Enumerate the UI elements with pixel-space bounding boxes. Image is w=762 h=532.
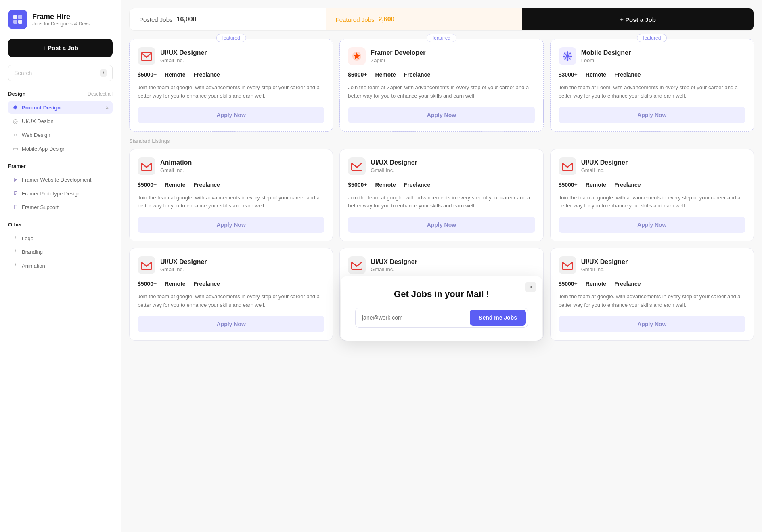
card-header: UI/UX Designer Gmail Inc.	[559, 256, 745, 274]
sidebar-item-framer-website[interactable]: ₣ Framer Website Development	[8, 173, 113, 186]
ui-ux-icon: ◎	[12, 118, 19, 124]
company-logo	[138, 157, 155, 175]
deselect-all-button[interactable]: Deselect all	[88, 91, 113, 97]
job-type: Freelance	[614, 71, 641, 78]
framer-prototype-label: Framer Prototype Design	[22, 191, 80, 197]
apply-now-button[interactable]: Apply Now	[559, 217, 745, 233]
apply-now-button[interactable]: Apply Now	[138, 217, 324, 233]
job-type: Freelance	[404, 71, 430, 78]
send-jobs-button[interactable]: Send me Jobs	[470, 310, 526, 326]
job-salary: $5000+	[348, 182, 367, 188]
job-title: Mobile Designer	[581, 49, 631, 57]
sidebar-item-logo[interactable]: / Logo	[8, 232, 113, 245]
app-name: Frame Hire	[32, 13, 91, 21]
framer-label: Framer	[8, 163, 26, 169]
standard-listings-label: Standard Listings	[129, 138, 754, 144]
job-meta: $5000+ Remote Freelance	[138, 71, 324, 78]
post-job-button[interactable]: + Post a Job	[8, 39, 113, 57]
job-location: Remote	[586, 281, 606, 287]
post-job-stat[interactable]: + Post a Job	[522, 8, 754, 30]
sidebar: Frame Hire Jobs for Designers & Devs. + …	[0, 0, 121, 532]
job-type: Freelance	[193, 71, 220, 78]
job-info: Animation Gmail Inc.	[160, 159, 192, 173]
search-input[interactable]: Search /	[8, 65, 113, 81]
sidebar-item-framer-prototype[interactable]: ₣ Framer Prototype Design	[8, 187, 113, 200]
mobile-app-label: Mobile App Design	[22, 146, 65, 152]
search-shortcut: /	[100, 69, 107, 77]
job-info: UI/UX Designer Gmail Inc.	[581, 159, 628, 173]
job-type: Freelance	[614, 182, 641, 188]
company-name: Gmail Inc.	[160, 167, 192, 173]
popup-close-button[interactable]: ×	[525, 282, 536, 292]
animation-label: Animation	[22, 263, 45, 269]
apply-now-button[interactable]: Apply Now	[348, 217, 535, 233]
job-card: featured Framer Developer Zapier $6000+ …	[339, 39, 543, 132]
job-description: Join the team at Loom. with advancements…	[559, 84, 745, 101]
framer-section: Framer ₣ Framer Website Development ₣ Fr…	[8, 163, 113, 214]
email-input[interactable]	[356, 308, 468, 327]
framer-prototype-icon: ₣	[12, 190, 19, 197]
other-label: Other	[8, 222, 22, 228]
job-info: UI/UX Designer Gmail Inc.	[371, 258, 417, 272]
framer-website-label: Framer Website Development	[22, 177, 91, 183]
stats-bar: Posted Jobs 16,000 Featured Jobs 2,600 +…	[129, 8, 754, 31]
job-card: UI/UX Designer Gmail Inc. $5000+ Remote …	[339, 149, 543, 242]
svg-rect-0	[13, 15, 17, 19]
job-card: featured UI/UX Designer Gmail Inc. $5000…	[129, 39, 333, 132]
job-info: Mobile Designer Loom	[581, 49, 631, 63]
job-meta: $5000+ Remote Freelance	[559, 182, 745, 188]
post-job-stat-label: + Post a Job	[620, 16, 656, 23]
job-meta: $5000+ Remote Freelance	[348, 182, 535, 188]
job-title: UI/UX Designer	[160, 49, 207, 57]
apply-now-button[interactable]: Apply Now	[138, 316, 324, 332]
sidebar-item-product-design[interactable]: ⊕ Product Design ×	[8, 101, 113, 114]
job-location: Remote	[375, 71, 396, 78]
job-card: Animation Gmail Inc. $5000+ Remote Freel…	[129, 149, 333, 242]
company-name: Zapier	[371, 57, 425, 63]
svg-rect-2	[13, 20, 17, 24]
card-header: UI/UX Designer Gmail Inc.	[138, 47, 324, 65]
sidebar-item-mobile-app[interactable]: ▭ Mobile App Design	[8, 142, 113, 155]
posted-count: 16,000	[177, 16, 197, 23]
company-logo	[559, 256, 576, 274]
framer-website-icon: ₣	[12, 176, 19, 183]
apply-now-button[interactable]: Apply Now	[559, 107, 745, 123]
email-popup: × Get Jobs in your Mail ! Send me Jobs	[341, 276, 542, 341]
company-logo	[138, 47, 155, 65]
job-description: Join the team at google. with advancemen…	[559, 293, 745, 310]
sidebar-item-web-design[interactable]: ○ Web Design	[8, 128, 113, 141]
job-description: Join the team at google. with advancemen…	[559, 194, 745, 211]
company-logo	[348, 256, 366, 274]
job-info: UI/UX Designer Gmail Inc.	[160, 49, 207, 63]
sidebar-item-branding[interactable]: / Branding	[8, 245, 113, 258]
job-meta: $5000+ Remote Freelance	[138, 182, 324, 188]
apply-now-button[interactable]: Apply Now	[348, 107, 535, 123]
sidebar-item-animation[interactable]: / Animation	[8, 259, 113, 272]
sidebar-item-ui-ux[interactable]: ◎ UI/UX Design	[8, 115, 113, 128]
job-type: Freelance	[193, 182, 220, 188]
product-design-close[interactable]: ×	[105, 105, 109, 111]
branding-label: Branding	[22, 249, 43, 255]
apply-now-button[interactable]: Apply Now	[138, 107, 324, 123]
other-section: Other / Logo / Branding / Animation	[8, 222, 113, 272]
job-salary: $5000+	[138, 71, 157, 78]
job-title: UI/UX Designer	[371, 258, 417, 266]
job-description: Join the team at google. with advancemen…	[138, 84, 324, 101]
job-card: UI/UX Designer Gmail Inc. $5000+ Remote …	[550, 149, 754, 242]
company-logo	[348, 47, 366, 65]
job-description: Join the team at Zapier. with advancemen…	[348, 84, 535, 101]
popup-form: Send me Jobs	[355, 308, 528, 328]
job-meta: $3000+ Remote Freelance	[559, 71, 745, 78]
apply-now-button[interactable]: Apply Now	[559, 316, 745, 332]
job-description: Join the team at google. with advancemen…	[138, 293, 324, 310]
job-type: Freelance	[193, 281, 220, 287]
product-design-label: Product Design	[22, 105, 61, 111]
featured-label: Featured Jobs	[336, 16, 375, 23]
job-title: Animation	[160, 159, 192, 166]
other-section-title: Other	[8, 222, 113, 228]
job-location: Remote	[586, 182, 606, 188]
job-salary: $5000+	[559, 281, 578, 287]
job-location: Remote	[165, 281, 185, 287]
job-info: UI/UX Designer Gmail Inc.	[581, 258, 628, 272]
sidebar-item-framer-support[interactable]: ₣ Framer Support	[8, 201, 113, 214]
